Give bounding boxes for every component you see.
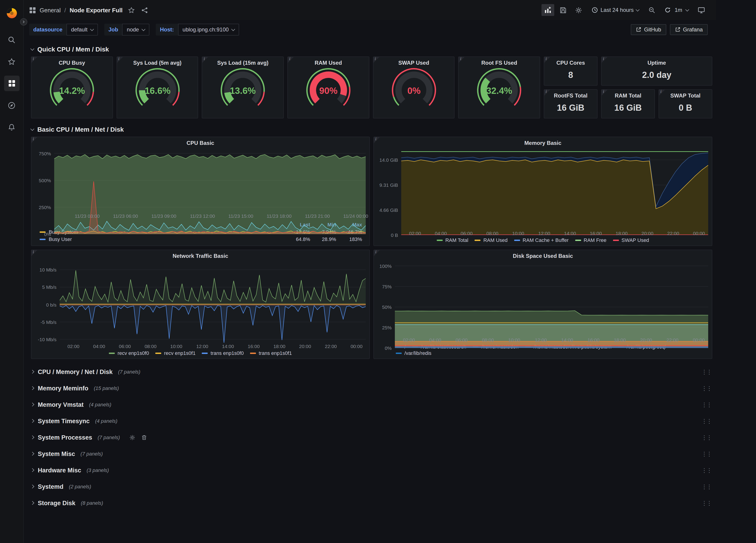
star-icon[interactable] xyxy=(128,7,135,13)
panel-info-icon[interactable] xyxy=(117,57,123,63)
row-drag-handle[interactable]: ⋮⋮ xyxy=(701,483,711,490)
host-label: Host: xyxy=(156,24,178,36)
grafana-logo[interactable] xyxy=(4,5,19,21)
panel-sys-load-15m[interactable]: i Sys Load (15m avg) 13.6% xyxy=(202,56,284,118)
legend-item[interactable]: RAM Used xyxy=(475,237,508,243)
host-select[interactable]: ublog.ipng.ch:9100 xyxy=(178,24,239,36)
panel-disk-space-used-basic[interactable]: i Disk Space Used Basic 0%25%50%75%100% … xyxy=(373,250,712,359)
x-axis-label: 08:00 xyxy=(486,231,498,236)
row-hardware-misc[interactable]: Hardware Misc (3 panels) ⋮⋮ xyxy=(31,462,712,478)
kiosk-mode-button[interactable] xyxy=(695,4,708,16)
row-drag-handle[interactable]: ⋮⋮ xyxy=(701,467,711,474)
row-system-processes[interactable]: System Processes (7 panels) xyxy=(31,429,712,446)
dashboard-title[interactable]: Node Exporter Full xyxy=(70,7,123,13)
job-select[interactable]: node xyxy=(122,24,149,36)
grafana-link-button[interactable]: Grafana xyxy=(670,24,708,35)
refresh-button[interactable]: 1m xyxy=(661,5,692,15)
panel-cpu-cores[interactable]: i CPU Cores 8 xyxy=(544,56,598,86)
panel-info-icon[interactable] xyxy=(374,250,380,256)
row-settings-gear-icon[interactable] xyxy=(130,434,135,440)
share-icon[interactable] xyxy=(141,7,148,13)
add-panel-button[interactable] xyxy=(541,4,554,16)
zoom-out-button[interactable] xyxy=(646,4,658,16)
legend-item[interactable]: /var/lib/redis xyxy=(396,350,432,356)
explore-compass-icon[interactable] xyxy=(4,97,19,113)
legend-item[interactable]: trans enp1s0f1 xyxy=(250,350,292,356)
panel-info-icon[interactable] xyxy=(288,57,294,63)
legend-item[interactable]: RAM Total xyxy=(437,237,468,243)
section-basic-cpu-mem-net-disk[interactable]: Basic CPU / Mem / Net / Disk xyxy=(31,126,712,133)
panel-network-traffic-basic[interactable]: i Network Traffic Basic 10 Mb/s5 Mb/s0 b… xyxy=(31,250,370,359)
panel-swap-used[interactable]: i SWAP Used 0% xyxy=(373,56,455,118)
x-axis-label: 18:00 xyxy=(273,343,286,349)
network-traffic-plot[interactable] xyxy=(60,261,366,343)
legend-item[interactable]: recv enp1s0f1 xyxy=(155,350,195,356)
legend-item[interactable]: trans enp1s0f0 xyxy=(202,350,244,356)
legend-color-dash xyxy=(514,239,520,241)
section-quick-cpu-mem-disk[interactable]: Quick CPU / Mem / Disk xyxy=(31,46,712,53)
panel-ram-used[interactable]: i RAM Used 90% xyxy=(287,56,369,118)
panel-info-icon[interactable] xyxy=(31,137,37,143)
legend-item[interactable]: SWAP Used xyxy=(613,237,649,243)
panel-memory-basic[interactable]: i Memory Basic 0 B4.66 GiB9.31 GiB14.0 G… xyxy=(373,137,712,246)
panel-info-icon[interactable] xyxy=(31,57,37,63)
breadcrumb-section[interactable]: General xyxy=(40,7,61,13)
panel-info-icon[interactable] xyxy=(659,90,665,96)
datasource-select[interactable]: default xyxy=(66,24,98,36)
datasource-label: datasource xyxy=(29,24,66,36)
starred-icon[interactable] xyxy=(4,54,19,69)
row-drag-handle[interactable]: ⋮⋮ xyxy=(701,450,711,457)
row-system-timesync[interactable]: System Timesync (4 panels) ⋮⋮ xyxy=(31,413,712,429)
panel-rootfs-total[interactable]: i RootFS Total 16 GiB xyxy=(544,89,598,118)
legend-color-dash xyxy=(396,352,402,354)
variable-host: Host: ublog.ipng.ch:9100 xyxy=(156,24,239,36)
row-storage-disk[interactable]: Storage Disk (8 panels) ⋮⋮ xyxy=(31,495,712,511)
row-drag-handle[interactable]: ⋮⋮ xyxy=(701,368,711,375)
legend-item[interactable]: RAM Cache + Buffer xyxy=(514,237,569,243)
x-axis-label: 12:00 xyxy=(196,343,208,349)
legend-color-dash xyxy=(40,238,46,240)
panel-info-icon[interactable] xyxy=(202,57,208,63)
legend-item[interactable]: RAM Free xyxy=(575,237,606,243)
panel-uptime[interactable]: i Uptime 2.0 day xyxy=(601,56,712,86)
y-axis-label: 10 Mb/s xyxy=(39,267,56,272)
legend-item[interactable]: recv enp1s0f0 xyxy=(109,350,149,356)
panel-info-icon[interactable] xyxy=(373,57,379,63)
panel-info-icon[interactable] xyxy=(602,90,608,96)
search-icon[interactable] xyxy=(4,32,19,47)
panel-ram-total[interactable]: i RAM Total 16 GiB xyxy=(601,89,655,118)
row-drag-handle[interactable]: ⋮⋮ xyxy=(701,401,711,408)
panel-swap-total[interactable]: i SWAP Total 0 B xyxy=(659,89,712,118)
row-drag-handle[interactable]: ⋮⋮ xyxy=(701,499,711,506)
row-drag-handle[interactable]: ⋮⋮ xyxy=(701,434,711,441)
cpu-basic-plot[interactable] xyxy=(54,148,366,212)
panel-sys-load-5m[interactable]: i Sys Load (5m avg) 16.6% xyxy=(116,56,198,118)
row-systemd[interactable]: Systemd (2 panels) ⋮⋮ xyxy=(31,478,712,495)
panel-info-icon[interactable] xyxy=(544,57,550,63)
panel-info-icon[interactable] xyxy=(31,250,37,256)
github-link-button[interactable]: GitHub xyxy=(631,24,666,35)
panel-info-icon[interactable] xyxy=(544,90,550,96)
row-drag-handle[interactable]: ⋮⋮ xyxy=(701,417,711,424)
row-system-misc[interactable]: System Misc (7 panels) ⋮⋮ xyxy=(31,446,712,462)
panel-cpu-busy[interactable]: i CPU Busy 14.2% xyxy=(31,56,113,118)
dashboards-icon[interactable] xyxy=(4,76,19,91)
memory-basic-plot[interactable] xyxy=(401,148,708,230)
alerting-bell-icon[interactable] xyxy=(4,119,19,135)
panel-info-icon[interactable] xyxy=(459,57,465,63)
row-memory-vmstat[interactable]: Memory Vmstat (4 panels) ⋮⋮ xyxy=(31,396,712,413)
panel-info-icon[interactable] xyxy=(374,137,380,143)
sidebar-expand-button[interactable] xyxy=(20,18,27,26)
panel-info-icon[interactable] xyxy=(602,57,608,63)
row-drag-handle[interactable]: ⋮⋮ xyxy=(701,385,711,392)
legend-row[interactable]: Busy User64.8%28.9%183% xyxy=(40,236,362,243)
time-range-picker[interactable]: Last 24 hours xyxy=(588,5,643,15)
row-delete-trash-icon[interactable] xyxy=(141,434,147,440)
row-memory-meminfo[interactable]: Memory Meminfo (15 panels) ⋮⋮ xyxy=(31,380,712,396)
save-dashboard-button[interactable] xyxy=(557,4,570,16)
panel-root-fs-used[interactable]: i Root FS Used 32.4% xyxy=(458,56,540,118)
row-cpu-memory-net-disk[interactable]: CPU / Memory / Net / Disk (7 panels) ⋮⋮ xyxy=(31,364,712,380)
panel-cpu-basic[interactable]: i CPU Basic 0%250%500%750% 11/23 03:0011… xyxy=(31,137,370,246)
dashboard-settings-button[interactable] xyxy=(572,4,585,16)
disk-space-plot[interactable] xyxy=(395,261,708,336)
